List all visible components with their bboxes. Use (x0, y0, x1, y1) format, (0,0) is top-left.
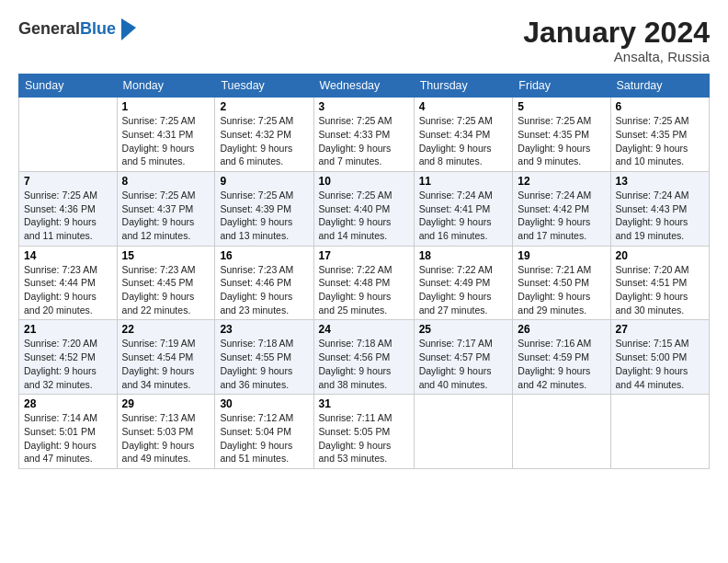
sunset-text: Sunset: 4:37 PM (122, 202, 210, 216)
daylight-text: Daylight: 9 hours and 44 minutes. (616, 364, 704, 391)
sunset-text: Sunset: 4:51 PM (616, 276, 704, 290)
daylight-text: Daylight: 9 hours and 51 minutes. (220, 439, 308, 465)
sunset-text: Sunset: 4:33 PM (319, 128, 409, 142)
day-number: 25 (419, 323, 508, 336)
sunset-text: Sunset: 5:01 PM (24, 425, 112, 439)
day-number: 22 (122, 323, 210, 336)
day-detail: Sunrise: 7:25 AMSunset: 4:33 PMDaylight:… (319, 114, 409, 168)
day-cell (414, 395, 513, 469)
sunrise-text: Sunrise: 7:20 AM (616, 263, 704, 277)
title-block: January 2024 Ansalta, Russia (523, 17, 710, 64)
sunrise-text: Sunrise: 7:25 AM (220, 189, 308, 202)
logo: GeneralBlue (18, 17, 138, 42)
day-detail: Sunrise: 7:19 AMSunset: 4:54 PMDaylight:… (122, 337, 210, 391)
day-number: 8 (122, 175, 210, 188)
day-detail: Sunrise: 7:25 AMSunset: 4:35 PMDaylight:… (518, 114, 605, 168)
sunset-text: Sunset: 4:35 PM (518, 128, 605, 142)
day-detail: Sunrise: 7:25 AMSunset: 4:37 PMDaylight:… (122, 189, 210, 243)
day-cell: 3Sunrise: 7:25 AMSunset: 4:33 PMDaylight… (313, 98, 414, 172)
day-detail: Sunrise: 7:25 AMSunset: 4:36 PMDaylight:… (24, 189, 112, 243)
day-detail: Sunrise: 7:21 AMSunset: 4:50 PMDaylight:… (518, 263, 605, 317)
sunset-text: Sunset: 4:32 PM (220, 128, 308, 142)
logo-general: General (18, 19, 80, 38)
sunrise-text: Sunrise: 7:21 AM (518, 263, 605, 277)
day-detail: Sunrise: 7:22 AMSunset: 4:48 PMDaylight:… (319, 263, 409, 317)
daylight-text: Daylight: 9 hours and 25 minutes. (319, 290, 409, 316)
day-number: 5 (518, 100, 605, 113)
day-cell: 24Sunrise: 7:18 AMSunset: 4:56 PMDayligh… (313, 320, 414, 395)
sunrise-text: Sunrise: 7:13 AM (122, 411, 210, 425)
sunrise-text: Sunrise: 7:25 AM (122, 189, 210, 202)
day-number: 29 (122, 397, 210, 410)
day-number: 15 (122, 249, 210, 262)
day-number: 24 (319, 323, 409, 336)
sunset-text: Sunset: 4:43 PM (616, 202, 704, 216)
daylight-text: Daylight: 9 hours and 20 minutes. (24, 290, 112, 316)
day-detail: Sunrise: 7:25 AMSunset: 4:40 PMDaylight:… (319, 189, 409, 243)
sunrise-text: Sunrise: 7:25 AM (319, 189, 409, 202)
day-cell: 18Sunrise: 7:22 AMSunset: 4:49 PMDayligh… (414, 246, 513, 320)
day-number: 28 (24, 397, 112, 410)
daylight-text: Daylight: 9 hours and 6 minutes. (220, 142, 308, 168)
sunset-text: Sunset: 4:40 PM (319, 202, 409, 216)
day-number: 17 (319, 249, 409, 262)
sunrise-text: Sunrise: 7:23 AM (122, 263, 210, 277)
week-row-2: 7Sunrise: 7:25 AMSunset: 4:36 PMDaylight… (19, 171, 710, 246)
week-row-3: 14Sunrise: 7:23 AMSunset: 4:44 PMDayligh… (19, 246, 710, 320)
sunrise-text: Sunrise: 7:24 AM (419, 189, 508, 202)
daylight-text: Daylight: 9 hours and 22 minutes. (122, 290, 210, 316)
day-detail: Sunrise: 7:25 AMSunset: 4:35 PMDaylight:… (616, 114, 704, 168)
day-detail: Sunrise: 7:25 AMSunset: 4:34 PMDaylight:… (419, 114, 508, 168)
sunset-text: Sunset: 4:56 PM (319, 350, 409, 364)
daylight-text: Daylight: 9 hours and 5 minutes. (122, 142, 210, 168)
daylight-text: Daylight: 9 hours and 8 minutes. (419, 142, 508, 168)
sunrise-text: Sunrise: 7:17 AM (419, 337, 508, 350)
sunset-text: Sunset: 4:39 PM (220, 202, 308, 216)
daylight-text: Daylight: 9 hours and 23 minutes. (220, 290, 308, 316)
sunrise-text: Sunrise: 7:24 AM (616, 189, 704, 202)
daylight-text: Daylight: 9 hours and 32 minutes. (24, 364, 112, 391)
day-cell: 16Sunrise: 7:23 AMSunset: 4:46 PMDayligh… (215, 246, 313, 320)
col-header-tuesday: Tuesday (215, 75, 313, 98)
day-cell: 31Sunrise: 7:11 AMSunset: 5:05 PMDayligh… (313, 395, 414, 469)
daylight-text: Daylight: 9 hours and 40 minutes. (419, 364, 508, 391)
day-number: 18 (419, 249, 508, 262)
col-header-monday: Monday (117, 75, 215, 98)
sunrise-text: Sunrise: 7:12 AM (220, 411, 308, 425)
sunset-text: Sunset: 4:54 PM (122, 350, 210, 364)
col-header-wednesday: Wednesday (313, 75, 414, 98)
sunset-text: Sunset: 4:49 PM (419, 276, 508, 290)
sunset-text: Sunset: 4:34 PM (419, 128, 508, 142)
day-detail: Sunrise: 7:20 AMSunset: 4:51 PMDaylight:… (616, 263, 704, 317)
daylight-text: Daylight: 9 hours and 29 minutes. (518, 290, 605, 316)
day-number: 12 (518, 175, 605, 188)
daylight-text: Daylight: 9 hours and 49 minutes. (122, 439, 210, 465)
day-cell: 22Sunrise: 7:19 AMSunset: 4:54 PMDayligh… (117, 320, 215, 395)
sunset-text: Sunset: 4:52 PM (24, 350, 112, 364)
day-detail: Sunrise: 7:23 AMSunset: 4:44 PMDaylight:… (24, 263, 112, 317)
sunset-text: Sunset: 5:04 PM (220, 425, 308, 439)
sunrise-text: Sunrise: 7:25 AM (24, 189, 112, 202)
day-cell: 19Sunrise: 7:21 AMSunset: 4:50 PMDayligh… (513, 246, 610, 320)
week-row-4: 21Sunrise: 7:20 AMSunset: 4:52 PMDayligh… (19, 320, 710, 395)
day-detail: Sunrise: 7:15 AMSunset: 5:00 PMDaylight:… (616, 337, 704, 391)
sunrise-text: Sunrise: 7:14 AM (24, 411, 112, 425)
sunrise-text: Sunrise: 7:25 AM (220, 114, 308, 128)
col-header-friday: Friday (513, 75, 610, 98)
day-cell: 6Sunrise: 7:25 AMSunset: 4:35 PMDaylight… (610, 98, 709, 172)
sunrise-text: Sunrise: 7:25 AM (616, 114, 704, 128)
page: GeneralBlue January 2024 Ansalta, Russia… (0, 0, 728, 563)
day-cell: 12Sunrise: 7:24 AMSunset: 4:42 PMDayligh… (513, 171, 610, 246)
sunset-text: Sunset: 4:50 PM (518, 276, 605, 290)
day-detail: Sunrise: 7:25 AMSunset: 4:32 PMDaylight:… (220, 114, 308, 168)
day-cell: 23Sunrise: 7:18 AMSunset: 4:55 PMDayligh… (215, 320, 313, 395)
day-detail: Sunrise: 7:20 AMSunset: 4:52 PMDaylight:… (24, 337, 112, 391)
sunset-text: Sunset: 4:57 PM (419, 350, 508, 364)
sunrise-text: Sunrise: 7:23 AM (220, 263, 308, 277)
day-detail: Sunrise: 7:18 AMSunset: 4:56 PMDaylight:… (319, 337, 409, 391)
day-cell (610, 395, 709, 469)
day-detail: Sunrise: 7:18 AMSunset: 4:55 PMDaylight:… (220, 337, 308, 391)
sunrise-text: Sunrise: 7:11 AM (319, 411, 409, 425)
daylight-text: Daylight: 9 hours and 14 minutes. (319, 215, 409, 242)
sunrise-text: Sunrise: 7:25 AM (419, 114, 508, 128)
